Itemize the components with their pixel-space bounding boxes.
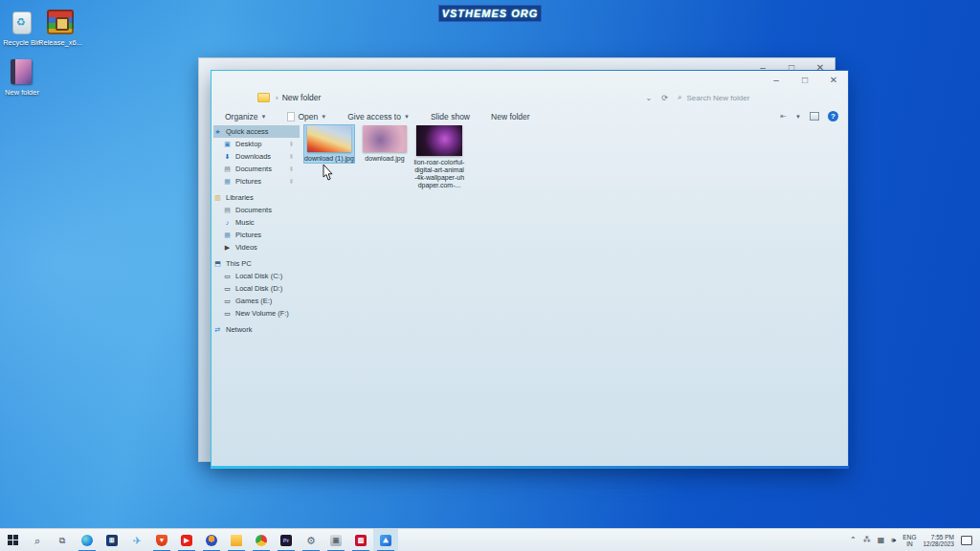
sidebar-item-this-pc[interactable]: ⬒ This PC xyxy=(213,257,300,270)
file-item[interactable]: lion-roar-colorful-digital-art-animal-4k… xyxy=(413,125,465,189)
taskbar-item-mail[interactable]: ✈ xyxy=(124,529,149,551)
music-icon: ♪ xyxy=(223,219,232,226)
sidebar-label: Downloads xyxy=(235,152,271,161)
taskbar-item-youtube[interactable]: ▶ xyxy=(174,529,199,551)
task-view-button[interactable]: ⧉ xyxy=(50,529,75,551)
address-bar: › New folder ⌄ ⟳ ⌕ Search New folder xyxy=(212,88,848,107)
help-icon[interactable]: ? xyxy=(828,111,838,121)
sidebar-label: Documents xyxy=(235,206,272,214)
close-button[interactable]: ✕ xyxy=(827,75,840,86)
open-button[interactable]: Open ▼ xyxy=(287,112,326,121)
search-placeholder: Search New folder xyxy=(686,94,749,102)
taskbar-item-adobe-app[interactable]: ▨ xyxy=(348,529,373,551)
new-folder-label: New folder xyxy=(491,112,530,121)
taskbar-search-button[interactable]: ⌕ xyxy=(25,529,50,551)
sidebar-item-local-disk-d[interactable]: ▭ Local Disk (D:) xyxy=(213,282,300,295)
explorer-window: – □ ✕ › New folder ⌄ ⟳ ⌕ Search New fold… xyxy=(211,70,849,469)
refresh-icon[interactable]: ⟳ xyxy=(661,94,668,102)
sidebar-label: This PC xyxy=(226,259,252,268)
disk-icon: ▭ xyxy=(223,298,232,305)
taskbar-item-brave[interactable]: ▼ xyxy=(149,529,174,551)
start-button[interactable] xyxy=(0,529,25,551)
file-item[interactable]: download.jpg xyxy=(360,125,410,163)
winrar-archive-icon xyxy=(45,8,76,36)
sidebar-item-desktop[interactable]: ▣ Desktop ✎ xyxy=(213,138,300,150)
sidebar-item-local-disk-c[interactable]: ▭ Local Disk (C:) xyxy=(213,270,300,282)
youtube-icon: ▶ xyxy=(181,535,192,546)
sidebar-item-downloads[interactable]: ⬇ Downloads ✎ xyxy=(213,150,300,163)
brave-icon: ▼ xyxy=(156,535,167,546)
display-icon[interactable]: ▦ xyxy=(878,536,885,544)
libraries-icon: ▥ xyxy=(213,194,222,202)
taskbar-item-settings[interactable]: ⚙ xyxy=(299,529,323,551)
desktop-icon: ▣ xyxy=(223,141,232,148)
sidebar-label: Music xyxy=(235,218,255,227)
pin-icon: ✎ xyxy=(287,152,296,161)
sidebar-item-libraries[interactable]: ▥ Libraries xyxy=(213,191,300,204)
pin-icon: ✎ xyxy=(287,177,296,186)
address-dropdown-icon[interactable]: ⌄ xyxy=(646,94,653,102)
pictures-icon: ▦ xyxy=(223,178,232,186)
sidebar-item-pictures[interactable]: ▦ Pictures ✎ xyxy=(213,175,300,187)
taskbar-item-capture-app[interactable]: ▣ xyxy=(323,529,348,551)
desktop-wallpaper: VSTHEMES ORG ♻ Recycle Bin Release_x6...… xyxy=(0,0,980,551)
search-input[interactable]: ⌕ Search New folder xyxy=(678,93,821,102)
tray-chevron-up-icon[interactable]: ⌃ xyxy=(850,536,857,544)
network-icon[interactable]: ⁂ xyxy=(863,536,871,544)
sidebar-item-documents[interactable]: ▤ Documents ✎ xyxy=(213,163,300,175)
desktop-icon-new-folder[interactable]: New folder xyxy=(0,57,50,97)
file-name: download.jpg xyxy=(360,155,410,163)
action-center-icon[interactable] xyxy=(961,536,972,545)
folder-icon xyxy=(257,93,270,102)
organize-label: Organize xyxy=(225,112,258,121)
taskbar-item-chrome[interactable] xyxy=(249,529,274,551)
disk-icon: ▭ xyxy=(223,285,232,293)
taskbar-item-edge[interactable] xyxy=(75,529,100,551)
file-thumbnail xyxy=(416,125,462,156)
sidebar-item-lib-documents[interactable]: ▤ Documents xyxy=(213,204,300,216)
desktop-icon-release-archive[interactable]: Release_x6... xyxy=(33,8,88,47)
taskbar-clock[interactable]: 7:55 PM 12/28/2023 xyxy=(923,534,954,547)
minimize-button[interactable]: – xyxy=(769,75,783,86)
slide-show-button[interactable]: Slide show xyxy=(431,112,470,121)
breadcrumb[interactable]: New folder xyxy=(282,93,322,102)
sidebar-item-videos[interactable]: ▶ Videos xyxy=(213,241,300,253)
disk-icon: ▭ xyxy=(223,273,232,280)
taskbar-item-photos[interactable]: ⛰ xyxy=(373,529,398,551)
file-thumbnail xyxy=(307,125,351,152)
chevron-down-icon[interactable]: ▼ xyxy=(795,114,801,120)
caption-buttons: – □ ✕ xyxy=(769,75,840,86)
taskbar-item-store[interactable]: ⊞ xyxy=(100,529,124,551)
sidebar-item-quick-access[interactable]: ★ Quick access xyxy=(213,125,300,138)
new-folder-button[interactable]: New folder xyxy=(491,112,530,121)
mail-icon: ✈ xyxy=(132,535,141,546)
sidebar-item-music[interactable]: ♪ Music xyxy=(213,216,300,229)
sidebar-item-network[interactable]: ⇄ Network xyxy=(213,323,300,336)
preview-pane-icon[interactable] xyxy=(810,112,819,121)
sidebar-item-lib-pictures[interactable]: ▦ Pictures xyxy=(213,229,300,241)
pictures-icon: ▦ xyxy=(223,231,232,239)
pin-icon: ✎ xyxy=(287,140,296,148)
sidebar-label: New Volume (F:) xyxy=(235,309,289,318)
sidebar-item-games-e[interactable]: ▭ Games (E:) xyxy=(213,295,300,307)
sidebar-label: Desktop xyxy=(235,140,262,148)
folder-icon xyxy=(7,57,37,86)
volume-icon[interactable]: 🕪 xyxy=(891,536,896,545)
list-view-icon[interactable]: ⇤ xyxy=(780,112,787,121)
premiere-pro-icon: Pr xyxy=(280,535,292,546)
taskbar-item-headphones-app[interactable] xyxy=(199,529,224,551)
maximize-button[interactable]: □ xyxy=(798,75,812,86)
organize-button[interactable]: Organize ▼ xyxy=(225,112,266,121)
give-access-button[interactable]: Give access to ▼ xyxy=(347,112,410,121)
sidebar-item-new-volume-f[interactable]: ▭ New Volume (F:) xyxy=(213,307,300,320)
taskbar-item-premiere-pro[interactable]: Pr xyxy=(274,529,299,551)
clock-time: 7:55 PM xyxy=(923,534,954,540)
language-indicator[interactable]: ENG IN xyxy=(902,534,916,547)
file-name: download (1).jpg xyxy=(304,155,354,163)
chrome-icon xyxy=(256,535,267,546)
taskbar-item-file-explorer[interactable] xyxy=(224,529,249,551)
language-code: ENG xyxy=(902,534,916,540)
navigation-pane: ★ Quick access ▣ Desktop ✎ ⬇ Downloads ✎… xyxy=(213,125,300,462)
search-icon: ⌕ xyxy=(34,535,40,546)
file-item-selected[interactable]: download (1).jpg xyxy=(304,125,354,163)
